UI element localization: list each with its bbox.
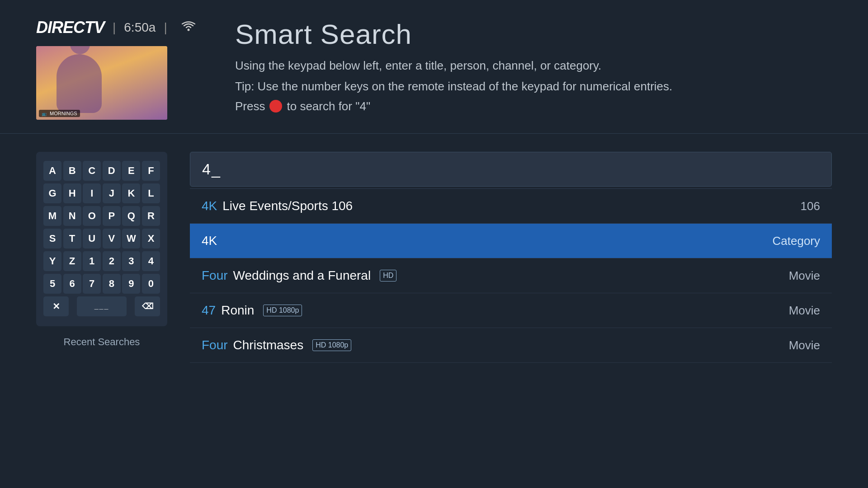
header: DIRECTV | 6:50a | 📺 (0, 0, 868, 134)
key-f[interactable]: F (142, 161, 160, 181)
result-rest-weddings: Weddings and a Funeral (233, 268, 371, 283)
key-y[interactable]: Y (43, 251, 61, 271)
key-3[interactable]: 3 (122, 251, 140, 271)
key-g[interactable]: G (43, 183, 61, 203)
key-b[interactable]: B (63, 161, 81, 181)
result-rest-ronin: Ronin (221, 303, 254, 318)
result-rest: Live Events/Sports 106 (222, 199, 353, 213)
press-label: Press (235, 99, 265, 113)
header-right: Smart Search Using the keypad below left… (235, 18, 845, 113)
badge-hd-1080p-ronin: HD 1080p (263, 305, 302, 316)
key-6[interactable]: 6 (63, 274, 81, 294)
key-row-y4: Y Z 1 2 3 4 (43, 251, 160, 271)
search-panel: 4_ 4K Live Events/Sports 106 106 4K Cat (190, 152, 832, 363)
key-s[interactable]: S (43, 229, 61, 249)
key-q[interactable]: Q (122, 206, 140, 226)
key-space[interactable]: ___ (77, 296, 127, 316)
key-k[interactable]: K (122, 183, 140, 203)
key-5[interactable]: 5 (43, 274, 61, 294)
key-m[interactable]: M (43, 206, 61, 226)
thumbnail-label: MORNINGS (50, 111, 77, 116)
results-wrapper: 4K Live Events/Sports 106 106 4K Categor… (190, 188, 832, 363)
key-n[interactable]: N (63, 206, 81, 226)
brand-row: DIRECTV | 6:50a | (36, 18, 195, 37)
key-row-af: A B C D E F (43, 161, 160, 181)
key-t[interactable]: T (63, 229, 81, 249)
main-content: A B C D E F G H I J K L M N O P (0, 134, 868, 381)
press-line: Press to search for "4" (235, 99, 845, 113)
clock: 6:50a (124, 20, 156, 35)
key-0[interactable]: 0 (142, 274, 160, 294)
divider: | (113, 20, 116, 35)
key-v[interactable]: V (103, 229, 121, 249)
svg-point-0 (187, 29, 189, 31)
result-highlight-christmases: Four (202, 338, 228, 352)
key-p[interactable]: P (103, 206, 121, 226)
key-e[interactable]: E (122, 161, 140, 181)
key-row-sx: S T U V W X (43, 229, 160, 249)
result-type-weddings: Movie (789, 269, 820, 283)
result-highlight-47: 47 (202, 303, 216, 318)
result-title-four-christmases: Four Christmases HD 1080p (202, 338, 351, 352)
result-highlight: 4K (202, 199, 217, 213)
key-8[interactable]: 8 (103, 274, 121, 294)
result-item-four-weddings[interactable]: Four Weddings and a Funeral HD Movie (190, 258, 832, 293)
key-9[interactable]: 9 (122, 274, 140, 294)
thumbnail: 📺 MORNINGS (36, 46, 167, 120)
recent-searches-label[interactable]: Recent Searches (36, 333, 167, 352)
key-d[interactable]: D (103, 161, 121, 181)
result-item-4k[interactable]: 4K Category (190, 224, 832, 258)
result-rest-christmases: Christmases (233, 338, 304, 352)
result-type-ronin: Movie (789, 304, 820, 318)
key-i[interactable]: I (83, 183, 101, 203)
key-h[interactable]: H (63, 183, 81, 203)
key-4[interactable]: 4 (142, 251, 160, 271)
red-button-icon (269, 100, 282, 113)
key-backspace[interactable]: ⌫ (135, 296, 160, 316)
key-z[interactable]: Z (63, 251, 81, 271)
result-highlight-four: Four (202, 268, 228, 283)
result-title-four-weddings: Four Weddings and a Funeral HD (202, 268, 396, 283)
key-u[interactable]: U (83, 229, 101, 249)
result-title-4k-live: 4K Live Events/Sports 106 (202, 199, 353, 213)
key-x[interactable]: X (142, 229, 160, 249)
divider2: | (164, 20, 167, 35)
key-2[interactable]: 2 (103, 251, 121, 271)
result-title-47-ronin: 47 Ronin HD 1080p (202, 303, 302, 318)
badge-hd-1080p-christmases: HD 1080p (312, 339, 351, 351)
thumbnail-channel-label: 📺 MORNINGS (39, 110, 80, 117)
key-j[interactable]: J (103, 183, 121, 203)
key-1[interactable]: 1 (83, 251, 101, 271)
keyboard-panel: A B C D E F G H I J K L M N O P (36, 152, 167, 363)
result-item-four-christmases[interactable]: Four Christmases HD 1080p Movie (190, 328, 832, 363)
result-type-christmases: Movie (789, 338, 820, 352)
key-7[interactable]: 7 (83, 274, 101, 294)
instruction-line-2: Tip: Use the number keys on the remote i… (235, 78, 845, 94)
directv-logo: DIRECTV (36, 18, 104, 37)
result-type-4k: Category (773, 234, 821, 248)
result-number: 106 (801, 199, 820, 213)
results-list: 4K Live Events/Sports 106 106 4K Categor… (190, 188, 832, 363)
key-row-special: ✕ ___ ⌫ (43, 296, 160, 316)
key-row-gl: G H I J K L (43, 183, 160, 203)
result-item-4k-live[interactable]: 4K Live Events/Sports 106 106 (190, 189, 832, 224)
result-title-4k: 4K (202, 234, 217, 248)
key-a[interactable]: A (43, 161, 61, 181)
key-clear[interactable]: ✕ (43, 296, 69, 316)
key-row-50: 5 6 7 8 9 0 (43, 274, 160, 294)
wifi-icon (182, 21, 195, 34)
header-left: DIRECTV | 6:50a | 📺 (36, 18, 208, 120)
result-text: 4K (202, 234, 217, 248)
key-c[interactable]: C (83, 161, 101, 181)
press-suffix: to search for "4" (287, 99, 370, 113)
key-l[interactable]: L (142, 183, 160, 203)
key-w[interactable]: W (122, 229, 140, 249)
key-row-mr: M N O P Q R (43, 206, 160, 226)
key-o[interactable]: O (83, 206, 101, 226)
search-input[interactable]: 4_ (190, 152, 832, 187)
keyboard: A B C D E F G H I J K L M N O P (36, 152, 167, 326)
result-item-47-ronin[interactable]: 47 Ronin HD 1080p Movie (190, 293, 832, 328)
key-r[interactable]: R (142, 206, 160, 226)
instruction-line-1: Using the keypad below left, enter a tit… (235, 57, 845, 74)
badge-hd: HD (380, 270, 396, 282)
